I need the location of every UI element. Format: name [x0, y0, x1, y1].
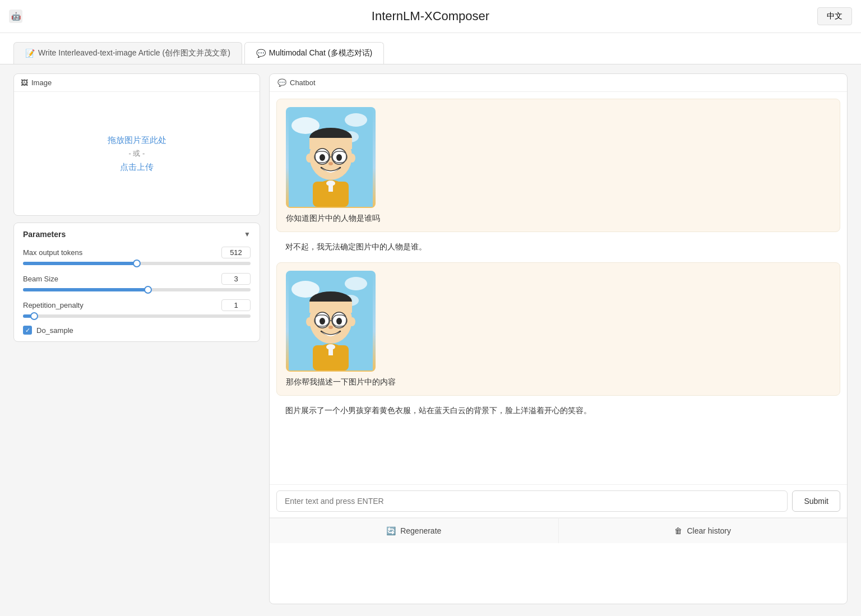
svg-point-44 — [320, 318, 325, 325]
chat-text-input[interactable] — [276, 490, 788, 512]
max-tokens-value: 512 — [221, 247, 251, 258]
user-msg-1-text: 你知道图片中的人物是谁吗 — [286, 214, 831, 224]
svg-point-20 — [320, 154, 325, 161]
svg-rect-34 — [328, 347, 333, 355]
svg-text:🤖: 🤖 — [11, 12, 21, 21]
svg-rect-10 — [328, 183, 333, 192]
beam-size-value: 3 — [221, 273, 251, 285]
submit-button[interactable]: Submit — [792, 490, 840, 512]
tab-chat[interactable]: 💬 Multimodal Chat (多模态对话) — [244, 42, 384, 64]
regenerate-icon: 🔄 — [386, 526, 396, 535]
beam-size-slider[interactable] — [23, 288, 251, 291]
language-button[interactable]: 中文 — [817, 7, 852, 25]
max-tokens-slider[interactable] — [23, 262, 251, 265]
chat-actions: 🔄 Regenerate 🗑 Clear history — [270, 517, 847, 543]
article-tab-label: Write Interleaved-text-image Article (创作… — [38, 48, 230, 58]
svg-point-29 — [345, 277, 367, 290]
regenerate-button[interactable]: 🔄 Regenerate — [270, 518, 559, 543]
do-sample-checkbox[interactable] — [23, 326, 32, 335]
param-beam-size: Beam Size 3 — [23, 273, 251, 291]
chat-messages: 你知道图片中的人物是谁吗 对不起，我无法确定图片中的人物是谁。 — [270, 92, 847, 484]
svg-point-46 — [328, 326, 333, 329]
parameters-title: Parameters — [23, 230, 66, 239]
logo-icon: 🤖 — [9, 10, 22, 23]
svg-point-5 — [345, 113, 367, 127]
svg-point-39 — [349, 317, 355, 326]
footer: CSDN @Nobitaxi — [0, 613, 861, 616]
chat-tab-label: Multimodal Chat (多模态对话) — [269, 48, 372, 58]
svg-point-38 — [306, 317, 313, 326]
repetition-slider[interactable] — [23, 314, 251, 318]
bot-message-2: 图片展示了一个小男孩穿着黄色衣服，站在蓝天白云的背景下，脸上洋溢着开心的笑容。 — [276, 400, 840, 422]
beam-size-label: Beam Size — [23, 275, 58, 283]
user-image-2 — [286, 271, 376, 372]
max-tokens-label: Max output tokens — [23, 248, 82, 257]
svg-rect-37 — [309, 302, 352, 313]
user-image-1 — [286, 107, 376, 208]
app-header: 🤖 InternLM-XComposer 中文 — [0, 0, 861, 33]
svg-point-22 — [328, 162, 333, 165]
svg-point-45 — [336, 318, 342, 325]
param-max-tokens: Max output tokens 512 — [23, 247, 251, 265]
image-panel-label: Image — [31, 78, 52, 87]
drop-text-line2: 点击上传 — [120, 159, 154, 175]
article-tab-icon: 📝 — [25, 49, 35, 58]
repetition-thumb[interactable] — [30, 312, 38, 320]
beam-size-thumb[interactable] — [144, 286, 152, 294]
user-message-2: 那你帮我描述一下图片中的内容 — [276, 262, 840, 396]
clear-history-button[interactable]: 🗑 Clear history — [559, 518, 848, 543]
image-panel: 🖼 Image 拖放图片至此处 - 或 - 点击上传 — [13, 73, 260, 216]
image-panel-icon: 🖼 — [21, 78, 28, 87]
image-drop-area[interactable]: 拖放图片至此处 - 或 - 点击上传 — [14, 92, 260, 215]
beam-size-fill — [23, 288, 148, 291]
svg-point-15 — [349, 154, 355, 163]
do-sample-label: Do_sample — [36, 326, 73, 335]
main-content: 🖼 Image 拖放图片至此处 - 或 - 点击上传 Parameters ▼ … — [0, 64, 861, 613]
do-sample-row[interactable]: Do_sample — [23, 326, 251, 335]
chevron-down-icon: ▼ — [244, 230, 251, 238]
bot-message-1: 对不起，我无法确定图片中的人物是谁。 — [276, 237, 840, 258]
clear-history-label: Clear history — [687, 526, 731, 535]
chatbot-label: Chatbot — [290, 78, 316, 87]
left-panel: 🖼 Image 拖放图片至此处 - 或 - 点击上传 Parameters ▼ … — [13, 73, 260, 604]
clear-history-icon: 🗑 — [674, 526, 682, 535]
parameters-panel: Parameters ▼ Max output tokens 512 Beam … — [13, 223, 260, 342]
parameters-header: Parameters ▼ — [23, 230, 251, 239]
bot-msg-2-text: 图片展示了一个小男孩穿着黄色衣服，站在蓝天白云的背景下，脸上洋溢着开心的笑容。 — [285, 406, 591, 415]
app-title: InternLM-XComposer — [372, 9, 489, 24]
user-message-1: 你知道图片中的人物是谁吗 — [276, 99, 840, 232]
drop-or-text: - 或 - — [129, 149, 145, 159]
tab-article[interactable]: 📝 Write Interleaved-text-image Article (… — [13, 42, 242, 64]
chat-input-area: Submit — [270, 484, 847, 517]
svg-point-21 — [336, 154, 342, 161]
chatbot-icon: 💬 — [277, 78, 286, 87]
user-msg-2-text: 那你帮我描述一下图片中的内容 — [286, 377, 831, 387]
image-panel-header: 🖼 Image — [14, 74, 260, 92]
chatbot-header: 💬 Chatbot — [270, 74, 847, 92]
param-repetition: Repetition_penalty 1 — [23, 299, 251, 318]
chat-panel: 💬 Chatbot — [269, 73, 848, 604]
chat-tab-icon: 💬 — [256, 49, 266, 58]
max-tokens-thumb[interactable] — [133, 260, 141, 267]
tabs-bar: 📝 Write Interleaved-text-image Article (… — [0, 33, 861, 64]
drop-text-line1: 拖放图片至此处 — [108, 132, 166, 149]
bot-msg-1-text: 对不起，我无法确定图片中的人物是谁。 — [285, 242, 427, 251]
regenerate-label: Regenerate — [400, 526, 441, 535]
svg-point-14 — [306, 154, 313, 163]
repetition-label: Repetition_penalty — [23, 301, 84, 309]
repetition-value: 1 — [221, 299, 251, 311]
svg-rect-13 — [309, 138, 352, 149]
max-tokens-fill — [23, 262, 137, 265]
